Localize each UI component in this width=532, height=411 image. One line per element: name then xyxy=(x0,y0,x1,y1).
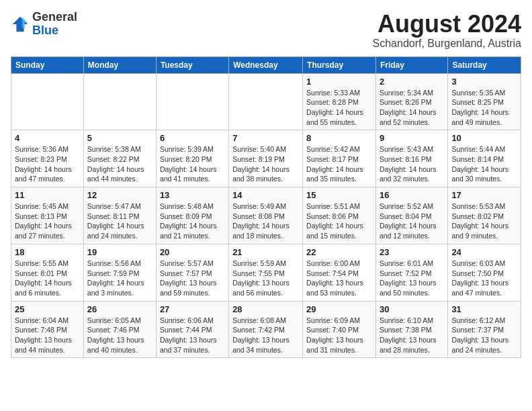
page-header: General Blue August 2024 Schandorf, Burg… xyxy=(11,11,521,50)
day-number: 11 xyxy=(15,190,80,200)
logo-general-text: General xyxy=(32,10,77,24)
day-number: 1 xyxy=(306,77,372,87)
day-number: 20 xyxy=(160,247,225,257)
day-info: Sunrise: 5:38 AM Sunset: 8:22 PM Dayligh… xyxy=(87,144,152,184)
day-info: Sunrise: 5:45 AM Sunset: 8:13 PM Dayligh… xyxy=(15,201,80,241)
calendar-cell xyxy=(156,73,228,130)
day-number: 9 xyxy=(380,133,444,143)
calendar-cell: 31Sunrise: 6:12 AM Sunset: 7:37 PM Dayli… xyxy=(448,301,521,358)
day-number: 10 xyxy=(451,133,517,143)
calendar-cell: 13Sunrise: 5:48 AM Sunset: 8:09 PM Dayli… xyxy=(156,187,228,244)
svg-marker-1 xyxy=(22,17,28,28)
day-number: 25 xyxy=(15,304,80,314)
calendar-cell: 23Sunrise: 6:01 AM Sunset: 7:52 PM Dayli… xyxy=(375,244,447,301)
day-info: Sunrise: 5:35 AM Sunset: 8:25 PM Dayligh… xyxy=(451,88,517,128)
day-number: 8 xyxy=(306,133,372,143)
day-number: 31 xyxy=(451,304,517,314)
calendar-cell: 22Sunrise: 6:00 AM Sunset: 7:54 PM Dayli… xyxy=(303,244,376,301)
day-info: Sunrise: 6:09 AM Sunset: 7:40 PM Dayligh… xyxy=(306,316,372,355)
calendar-cell: 1Sunrise: 5:33 AM Sunset: 8:28 PM Daylig… xyxy=(303,73,376,130)
calendar-table: SundayMondayTuesdayWednesdayThursdayFrid… xyxy=(11,56,521,359)
day-info: Sunrise: 5:34 AM Sunset: 8:26 PM Dayligh… xyxy=(380,88,444,128)
calendar-cell: 30Sunrise: 6:10 AM Sunset: 7:38 PM Dayli… xyxy=(375,301,447,358)
calendar-cell: 29Sunrise: 6:09 AM Sunset: 7:40 PM Dayli… xyxy=(303,301,376,358)
calendar-cell: 28Sunrise: 6:08 AM Sunset: 7:42 PM Dayli… xyxy=(229,301,303,358)
calendar-cell: 18Sunrise: 5:55 AM Sunset: 8:01 PM Dayli… xyxy=(11,244,84,301)
weekday-header: Wednesday xyxy=(229,56,303,73)
calendar-cell: 10Sunrise: 5:44 AM Sunset: 8:14 PM Dayli… xyxy=(448,130,521,187)
day-info: Sunrise: 5:56 AM Sunset: 7:59 PM Dayligh… xyxy=(87,259,152,298)
month-title: August 2024 xyxy=(373,11,521,38)
day-number: 28 xyxy=(232,304,299,314)
day-number: 19 xyxy=(87,247,152,257)
calendar-cell xyxy=(11,73,84,130)
day-number: 7 xyxy=(232,133,299,143)
day-info: Sunrise: 6:12 AM Sunset: 7:37 PM Dayligh… xyxy=(451,316,517,355)
calendar-cell: 5Sunrise: 5:38 AM Sunset: 8:22 PM Daylig… xyxy=(83,130,156,187)
weekday-header-row: SundayMondayTuesdayWednesdayThursdayFrid… xyxy=(11,56,521,73)
logo-blue-text: Blue xyxy=(32,24,58,37)
calendar-cell: 9Sunrise: 5:43 AM Sunset: 8:16 PM Daylig… xyxy=(375,130,447,187)
day-info: Sunrise: 5:49 AM Sunset: 8:08 PM Dayligh… xyxy=(232,201,299,241)
day-info: Sunrise: 5:36 AM Sunset: 8:23 PM Dayligh… xyxy=(15,144,80,184)
day-number: 27 xyxy=(160,304,225,314)
day-info: Sunrise: 5:51 AM Sunset: 8:06 PM Dayligh… xyxy=(306,201,372,241)
calendar-week-row: 25Sunrise: 6:04 AM Sunset: 7:48 PM Dayli… xyxy=(11,301,521,358)
day-info: Sunrise: 5:48 AM Sunset: 8:09 PM Dayligh… xyxy=(160,201,225,241)
day-info: Sunrise: 5:42 AM Sunset: 8:17 PM Dayligh… xyxy=(306,144,372,184)
day-info: Sunrise: 6:01 AM Sunset: 7:52 PM Dayligh… xyxy=(380,259,444,298)
calendar-cell: 6Sunrise: 5:39 AM Sunset: 8:20 PM Daylig… xyxy=(156,130,228,187)
day-info: Sunrise: 5:44 AM Sunset: 8:14 PM Dayligh… xyxy=(451,144,517,184)
day-number: 15 xyxy=(306,190,372,200)
calendar-week-row: 11Sunrise: 5:45 AM Sunset: 8:13 PM Dayli… xyxy=(11,187,521,244)
day-info: Sunrise: 5:59 AM Sunset: 7:55 PM Dayligh… xyxy=(232,259,299,298)
calendar-cell: 11Sunrise: 5:45 AM Sunset: 8:13 PM Dayli… xyxy=(11,187,84,244)
calendar-cell: 2Sunrise: 5:34 AM Sunset: 8:26 PM Daylig… xyxy=(375,73,447,130)
calendar-cell: 17Sunrise: 5:53 AM Sunset: 8:02 PM Dayli… xyxy=(448,187,521,244)
title-block: August 2024 Schandorf, Burgenland, Austr… xyxy=(373,11,521,50)
weekday-header: Saturday xyxy=(448,56,521,73)
day-number: 18 xyxy=(15,247,80,257)
weekday-header: Friday xyxy=(375,56,447,73)
day-info: Sunrise: 6:03 AM Sunset: 7:50 PM Dayligh… xyxy=(451,259,517,298)
day-info: Sunrise: 5:47 AM Sunset: 8:11 PM Dayligh… xyxy=(87,201,152,241)
calendar-cell: 4Sunrise: 5:36 AM Sunset: 8:23 PM Daylig… xyxy=(11,130,84,187)
day-info: Sunrise: 6:05 AM Sunset: 7:46 PM Dayligh… xyxy=(87,316,152,355)
calendar-cell: 19Sunrise: 5:56 AM Sunset: 7:59 PM Dayli… xyxy=(83,244,156,301)
location-subtitle: Schandorf, Burgenland, Austria xyxy=(373,38,521,50)
day-number: 17 xyxy=(451,190,517,200)
day-info: Sunrise: 5:43 AM Sunset: 8:16 PM Dayligh… xyxy=(380,144,444,184)
day-number: 13 xyxy=(160,190,225,200)
day-info: Sunrise: 5:57 AM Sunset: 7:57 PM Dayligh… xyxy=(160,259,225,298)
calendar-week-row: 18Sunrise: 5:55 AM Sunset: 8:01 PM Dayli… xyxy=(11,244,521,301)
day-info: Sunrise: 5:53 AM Sunset: 8:02 PM Dayligh… xyxy=(451,201,517,241)
day-info: Sunrise: 5:52 AM Sunset: 8:04 PM Dayligh… xyxy=(380,201,444,241)
day-number: 4 xyxy=(15,133,80,143)
weekday-header: Monday xyxy=(83,56,156,73)
day-number: 16 xyxy=(380,190,444,200)
calendar-cell: 20Sunrise: 5:57 AM Sunset: 7:57 PM Dayli… xyxy=(156,244,228,301)
calendar-cell: 16Sunrise: 5:52 AM Sunset: 8:04 PM Dayli… xyxy=(375,187,447,244)
day-number: 12 xyxy=(87,190,152,200)
calendar-cell xyxy=(83,73,156,130)
day-info: Sunrise: 5:55 AM Sunset: 8:01 PM Dayligh… xyxy=(15,259,80,298)
day-number: 14 xyxy=(232,190,299,200)
calendar-cell: 25Sunrise: 6:04 AM Sunset: 7:48 PM Dayli… xyxy=(11,301,84,358)
day-number: 21 xyxy=(232,247,299,257)
day-info: Sunrise: 5:33 AM Sunset: 8:28 PM Dayligh… xyxy=(306,88,372,128)
weekday-header: Tuesday xyxy=(156,56,228,73)
day-number: 2 xyxy=(380,77,444,87)
logo-icon xyxy=(11,15,30,34)
day-info: Sunrise: 6:08 AM Sunset: 7:42 PM Dayligh… xyxy=(232,316,299,355)
calendar-cell: 3Sunrise: 5:35 AM Sunset: 8:25 PM Daylig… xyxy=(448,73,521,130)
calendar-cell: 8Sunrise: 5:42 AM Sunset: 8:17 PM Daylig… xyxy=(303,130,376,187)
weekday-header: Thursday xyxy=(303,56,376,73)
day-number: 26 xyxy=(87,304,152,314)
calendar-cell: 24Sunrise: 6:03 AM Sunset: 7:50 PM Dayli… xyxy=(448,244,521,301)
day-number: 5 xyxy=(87,133,152,143)
calendar-cell: 7Sunrise: 5:40 AM Sunset: 8:19 PM Daylig… xyxy=(229,130,303,187)
calendar-week-row: 1Sunrise: 5:33 AM Sunset: 8:28 PM Daylig… xyxy=(11,73,521,130)
day-info: Sunrise: 6:06 AM Sunset: 7:44 PM Dayligh… xyxy=(160,316,225,355)
logo: General Blue xyxy=(11,11,77,38)
day-number: 24 xyxy=(451,247,517,257)
